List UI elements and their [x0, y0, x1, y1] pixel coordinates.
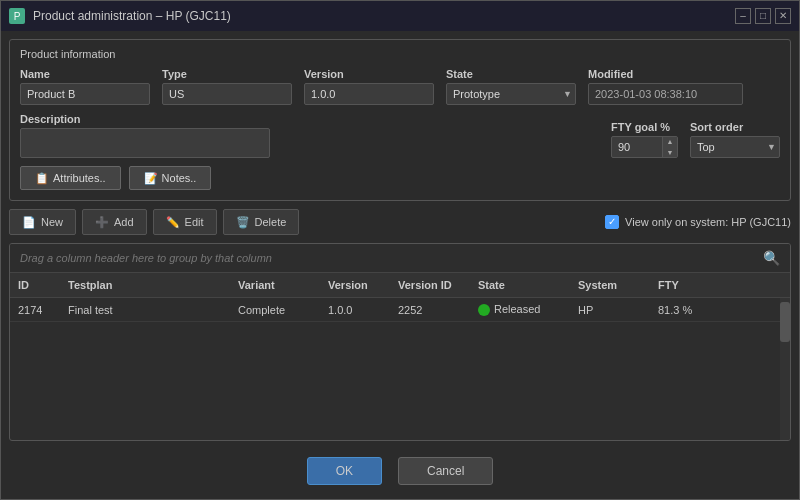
col-header-fty[interactable]: FTY — [650, 277, 710, 293]
toolbar-row: 📄 New ➕ Add ✏️ Edit 🗑️ Delete View only … — [9, 209, 791, 235]
cell-fty: 81.3 % — [650, 299, 710, 321]
title-bar: P Product administration – HP (GJC11) – … — [1, 1, 799, 31]
search-button[interactable]: 🔍 — [763, 250, 780, 266]
new-label: New — [41, 216, 63, 228]
edit-button[interactable]: ✏️ Edit — [153, 209, 217, 235]
scrollbar-thumb[interactable] — [780, 302, 790, 342]
fty-down-button[interactable]: ▼ — [663, 147, 677, 158]
sort-order-select[interactable]: Top Bottom Custom — [690, 136, 780, 158]
version-label: Version — [304, 68, 434, 80]
grid-column-headers: ID Testplan Variant Version Version ID S… — [10, 273, 790, 298]
name-input[interactable] — [20, 83, 150, 105]
attributes-button[interactable]: 📋 Attributes.. — [20, 166, 121, 190]
modified-field: Modified — [588, 68, 743, 105]
add-icon: ➕ — [95, 215, 109, 229]
minimize-button[interactable]: – — [735, 8, 751, 24]
description-input[interactable] — [20, 128, 270, 158]
sort-order-field: Sort order Top Bottom Custom ▼ — [690, 121, 780, 158]
modified-input — [588, 83, 743, 105]
table-row[interactable]: 2174 Final test Complete 1.0.0 2252 Rele… — [10, 298, 790, 322]
sort-order-select-wrapper: Top Bottom Custom ▼ — [690, 136, 780, 158]
version-input[interactable] — [304, 83, 434, 105]
col-header-id[interactable]: ID — [10, 277, 60, 293]
col-header-testplan[interactable]: Testplan — [60, 277, 230, 293]
new-icon: 📄 — [22, 215, 36, 229]
state-select[interactable]: Prototype Released Obsolete — [446, 83, 576, 105]
col-header-state[interactable]: State — [470, 277, 570, 293]
version-field: Version — [304, 68, 434, 105]
fty-spinners: ▲ ▼ — [662, 136, 677, 158]
col-header-variant[interactable]: Variant — [230, 277, 320, 293]
grid-body: 2174 Final test Complete 1.0.0 2252 Rele… — [10, 298, 790, 440]
new-button[interactable]: 📄 New — [9, 209, 76, 235]
notes-label: Notes.. — [162, 172, 197, 184]
name-field: Name — [20, 68, 150, 105]
delete-button[interactable]: 🗑️ Delete — [223, 209, 300, 235]
description-label: Description — [20, 113, 270, 125]
scrollbar-track — [780, 298, 790, 440]
state-label: State — [446, 68, 576, 80]
grid-section: Drag a column header here to group by th… — [9, 243, 791, 441]
notes-icon: 📝 — [144, 171, 158, 185]
name-label: Name — [20, 68, 150, 80]
view-only-checkbox[interactable] — [605, 215, 619, 229]
grid-header-bar: Drag a column header here to group by th… — [10, 244, 790, 273]
cell-versionid: 2252 — [390, 299, 470, 321]
attributes-icon: 📋 — [35, 171, 49, 185]
type-input[interactable] — [162, 83, 292, 105]
drag-hint: Drag a column header here to group by th… — [20, 252, 763, 264]
ok-button[interactable]: OK — [307, 457, 382, 485]
attributes-label: Attributes.. — [53, 172, 106, 184]
view-only-container: View only on system: HP (GJC11) — [605, 215, 791, 229]
col-header-version[interactable]: Version — [320, 277, 390, 293]
window-title: Product administration – HP (GJC11) — [33, 9, 231, 23]
delete-icon: 🗑️ — [236, 215, 250, 229]
product-info-section: Product information Name Type Version St… — [9, 39, 791, 201]
cell-state: Released — [470, 298, 570, 321]
description-field: Description — [20, 113, 270, 158]
status-dot-icon — [478, 304, 490, 316]
delete-label: Delete — [255, 216, 287, 228]
view-only-text: View only on system: HP (GJC11) — [625, 216, 791, 228]
fty-up-button[interactable]: ▲ — [663, 136, 677, 147]
close-button[interactable]: ✕ — [775, 8, 791, 24]
modified-label: Modified — [588, 68, 743, 80]
form-row-2: Description FTY goal % ▲ ▼ Sort ord — [20, 113, 780, 158]
fty-goal-field: FTY goal % ▲ ▼ — [611, 121, 678, 158]
type-label: Type — [162, 68, 292, 80]
state-field: State Prototype Released Obsolete ▼ — [446, 68, 576, 105]
form-buttons-row: 📋 Attributes.. 📝 Notes.. — [20, 166, 780, 190]
cell-system: HP — [570, 299, 650, 321]
maximize-button[interactable]: □ — [755, 8, 771, 24]
col-header-system[interactable]: System — [570, 277, 650, 293]
fty-goal-input[interactable] — [612, 138, 662, 156]
state-select-wrapper: Prototype Released Obsolete ▼ — [446, 83, 576, 105]
section-label: Product information — [20, 48, 780, 60]
main-content: Product information Name Type Version St… — [1, 31, 799, 499]
window-controls: – □ ✕ — [735, 8, 791, 24]
cell-variant: Complete — [230, 299, 320, 321]
window-icon: P — [9, 8, 25, 24]
cell-id: 2174 — [10, 299, 60, 321]
cell-version: 1.0.0 — [320, 299, 390, 321]
type-field: Type — [162, 68, 292, 105]
notes-button[interactable]: 📝 Notes.. — [129, 166, 212, 190]
col-header-versionid[interactable]: Version ID — [390, 277, 470, 293]
add-button[interactable]: ➕ Add — [82, 209, 147, 235]
title-bar-left: P Product administration – HP (GJC11) — [9, 8, 231, 24]
footer-row: OK Cancel — [9, 449, 791, 491]
fty-goal-input-wrapper: ▲ ▼ — [611, 136, 678, 158]
sort-order-label: Sort order — [690, 121, 780, 133]
form-row-1: Name Type Version State Prototype — [20, 68, 780, 105]
edit-icon: ✏️ — [166, 215, 180, 229]
fty-goal-label: FTY goal % — [611, 121, 678, 133]
cell-testplan: Final test — [60, 299, 230, 321]
main-window: P Product administration – HP (GJC11) – … — [0, 0, 800, 500]
cancel-button[interactable]: Cancel — [398, 457, 493, 485]
add-label: Add — [114, 216, 134, 228]
edit-label: Edit — [185, 216, 204, 228]
